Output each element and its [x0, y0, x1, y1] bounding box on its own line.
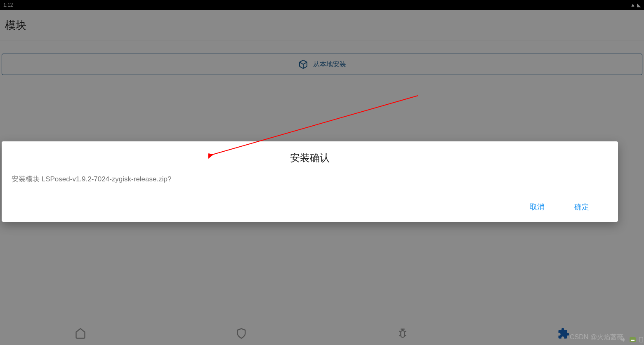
system-tray: ▬ — [620, 336, 644, 343]
dialog-actions: 取消 确定 — [12, 199, 608, 215]
volume-icon — [620, 336, 627, 343]
confirm-dialog: 安装确认 安装模块 LSPosed-v1.9.2-7024-zygisk-rel… — [2, 141, 618, 222]
dialog-title: 安装确认 — [12, 151, 608, 164]
dialog-message: 安装模块 LSPosed-v1.9.2-7024-zygisk-release.… — [12, 174, 608, 184]
confirm-button[interactable]: 确定 — [568, 199, 596, 215]
device-icon — [638, 336, 644, 343]
brand-badge: ▬ — [630, 337, 636, 342]
cancel-button[interactable]: 取消 — [523, 199, 551, 215]
watermark: CSDN @火焰蔷薇 — [570, 333, 623, 342]
modal-overlay[interactable]: 安装确认 安装模块 LSPosed-v1.9.2-7024-zygisk-rel… — [0, 0, 644, 345]
svg-rect-4 — [639, 337, 643, 342]
